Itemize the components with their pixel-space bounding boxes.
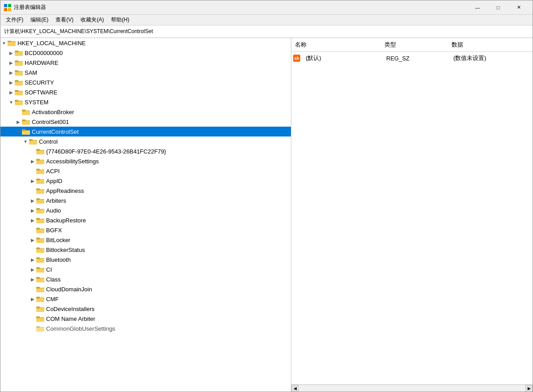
label-software: SOFTWARE xyxy=(25,89,57,96)
registry-row-default[interactable]: ab (默认) REG_SZ (数值未设置) xyxy=(291,53,533,64)
folder-icon-activationbroker xyxy=(22,108,30,115)
folder-icon-hardware xyxy=(15,59,23,66)
svg-rect-51 xyxy=(36,179,44,180)
tree-node-currentcontrolset[interactable]: ▼ CurrentControlSet xyxy=(0,127,291,136)
expander-accessibilitysettings[interactable]: ▶ xyxy=(29,158,36,165)
scroll-track[interactable] xyxy=(298,385,525,392)
tree-node-codeviceinstallers[interactable]: CoDeviceInstallers xyxy=(0,304,291,314)
expander-arbiters[interactable]: ▶ xyxy=(29,197,36,204)
scroll-left-arrow[interactable]: ◀ xyxy=(291,385,298,392)
svg-rect-24 xyxy=(15,91,23,91)
tree-node-accessibilitysettings[interactable]: ▶ AccessibilitySettings xyxy=(0,156,291,166)
tree-node-control[interactable]: ▼ Control xyxy=(0,136,291,146)
tree-node-audio[interactable]: ▶ Audio xyxy=(0,205,291,215)
expander-ci[interactable]: ▶ xyxy=(29,266,36,273)
tree-node-bgfx[interactable]: BGFX xyxy=(0,225,291,235)
menu-edit[interactable]: 编辑(E) xyxy=(27,15,52,25)
expander-class[interactable]: ▶ xyxy=(29,276,36,283)
reg-value-icon: ab xyxy=(293,55,302,62)
folder-icon-bitlocker xyxy=(36,236,44,243)
right-bottom-scrollbar[interactable]: ◀ ▶ xyxy=(291,384,533,392)
tree-node-activationbroker[interactable]: ActivationBroker xyxy=(0,107,291,117)
label-security: SECURITY xyxy=(25,79,54,86)
expander-backuprestore[interactable]: ▶ xyxy=(29,217,36,224)
expander-sam[interactable]: ▶ xyxy=(8,69,15,76)
svg-rect-81 xyxy=(36,278,44,278)
svg-rect-36 xyxy=(22,130,30,131)
tree-node-system[interactable]: ▼ SYSTEM xyxy=(0,97,291,107)
svg-rect-2 xyxy=(4,8,7,11)
expander-appreadiness xyxy=(29,187,36,194)
svg-rect-30 xyxy=(22,111,30,111)
tree-node-comnamearbiter[interactable]: COM Name Arbiter xyxy=(0,314,291,324)
folder-icon-bitlockerstatus xyxy=(36,246,44,253)
tree-node-commonglobusersettings[interactable]: CommonGlobUserSettings xyxy=(0,324,291,333)
tree-node-backuprestore[interactable]: ▶ BackupRestore xyxy=(0,215,291,225)
svg-rect-60 xyxy=(36,209,44,209)
label-bgfx: BGFX xyxy=(46,227,62,234)
svg-rect-27 xyxy=(15,101,23,101)
tree-node-security[interactable]: ▶ SECURITY xyxy=(0,77,291,87)
folder-icon-commonglobusersettings xyxy=(36,325,44,332)
expander-system[interactable]: ▼ xyxy=(8,98,15,106)
tree-node-hardware[interactable]: ▶ HARDWARE xyxy=(0,58,291,68)
menu-file[interactable]: 文件(F) xyxy=(2,15,27,25)
right-content[interactable]: ab (默认) REG_SZ (数值未设置) xyxy=(291,52,533,384)
folder-icon-guid xyxy=(36,148,44,155)
expander-hklm[interactable]: ▼ xyxy=(0,39,8,47)
tree-node-acpi[interactable]: ACPI xyxy=(0,166,291,176)
tree-node-bitlockerstatus[interactable]: BitlockerStatus xyxy=(0,245,291,255)
tree-node-ci[interactable]: ▶ CI xyxy=(0,264,291,274)
label-appid: AppID xyxy=(46,178,62,184)
tree-node-arbiters[interactable]: ▶ Arbiters xyxy=(0,196,291,205)
tree-panel[interactable]: ▼ HKEY_LOCAL_MACHINE ▶ BCD00000000 ▶ xyxy=(0,38,291,392)
minimize-button[interactable]: — xyxy=(467,0,488,15)
expander-bitlockerstatus xyxy=(29,246,36,253)
expander-hardware[interactable]: ▶ xyxy=(8,59,15,66)
menu-favorites[interactable]: 收藏夹(A) xyxy=(77,15,107,25)
label-bitlocker: BitLocker xyxy=(46,237,70,243)
maximize-button[interactable]: □ xyxy=(488,0,508,15)
expander-controlset001[interactable]: ▶ xyxy=(15,118,22,125)
folder-icon-ci xyxy=(36,266,44,273)
tree-node-class[interactable]: ▶ Class xyxy=(0,274,291,284)
tree-node-guid[interactable]: {7746D80F-97E0-4E26-9543-26B41FC22F79} xyxy=(0,146,291,156)
expander-security[interactable]: ▶ xyxy=(8,79,15,86)
svg-rect-93 xyxy=(36,317,44,318)
label-sam: SAM xyxy=(25,69,37,76)
tree-node-appid[interactable]: ▶ AppID xyxy=(0,176,291,186)
tree-node-appreadiness[interactable]: AppReadiness xyxy=(0,186,291,196)
label-accessibilitysettings: AccessibilitySettings xyxy=(46,158,99,165)
expander-bitlocker[interactable]: ▶ xyxy=(29,236,36,243)
expander-audio[interactable]: ▶ xyxy=(29,207,36,214)
tree-node-clouddomainjoin[interactable]: CloudDomainJoin xyxy=(0,284,291,294)
tree-node-hklm[interactable]: ▼ HKEY_LOCAL_MACHINE xyxy=(0,38,291,48)
menu-help[interactable]: 帮助(H) xyxy=(107,15,133,25)
svg-rect-72 xyxy=(36,248,44,249)
menu-view[interactable]: 查看(V) xyxy=(52,15,77,25)
svg-rect-18 xyxy=(15,71,23,72)
tree-node-sam[interactable]: ▶ SAM xyxy=(0,68,291,77)
tree-node-bitlocker[interactable]: ▶ BitLocker xyxy=(0,235,291,245)
folder-icon-appid xyxy=(36,177,44,184)
expander-control[interactable]: ▼ xyxy=(22,138,29,145)
label-acpi: ACPI xyxy=(46,168,60,175)
close-button[interactable]: ✕ xyxy=(508,0,529,15)
expander-bluetooth[interactable]: ▶ xyxy=(29,256,36,263)
tree-node-controlset001[interactable]: ▶ ControlSet001 xyxy=(0,117,291,127)
window-controls: — □ ✕ xyxy=(467,0,529,15)
folder-icon-sam xyxy=(15,69,23,76)
tree-node-bluetooth[interactable]: ▶ Bluetooth xyxy=(0,255,291,264)
expander-currentcontrolset[interactable]: ▼ xyxy=(15,128,22,135)
folder-icon-cmf xyxy=(36,295,44,303)
expander-software[interactable]: ▶ xyxy=(8,89,15,96)
svg-rect-9 xyxy=(8,42,16,42)
expander-bcd[interactable]: ▶ xyxy=(8,49,15,56)
scroll-right-arrow[interactable]: ▶ xyxy=(525,385,533,392)
tree-node-bcd[interactable]: ▶ BCD00000000 xyxy=(0,48,291,58)
tree-node-cmf[interactable]: ▶ CMF xyxy=(0,294,291,304)
label-ci: CI xyxy=(46,266,52,273)
expander-appid[interactable]: ▶ xyxy=(29,177,36,184)
tree-node-software[interactable]: ▶ SOFTWARE xyxy=(0,87,291,97)
expander-cmf[interactable]: ▶ xyxy=(29,295,36,303)
